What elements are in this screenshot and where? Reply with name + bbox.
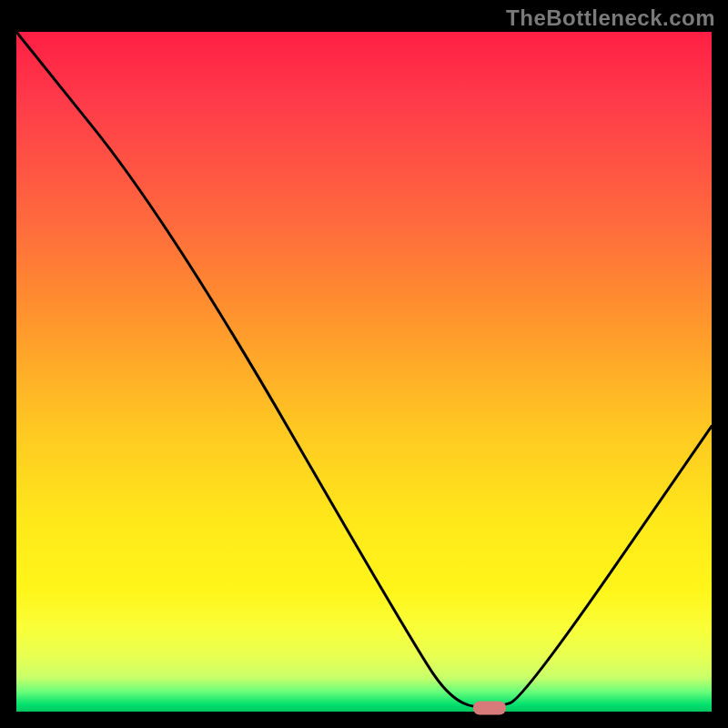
plot-area bbox=[16, 32, 712, 712]
optimal-marker bbox=[473, 702, 506, 715]
watermark-text: TheBottleneck.com bbox=[506, 5, 715, 31]
bottleneck-curve bbox=[16, 32, 712, 712]
curve-path bbox=[16, 32, 712, 707]
chart-frame: TheBottleneck.com bbox=[0, 0, 728, 728]
